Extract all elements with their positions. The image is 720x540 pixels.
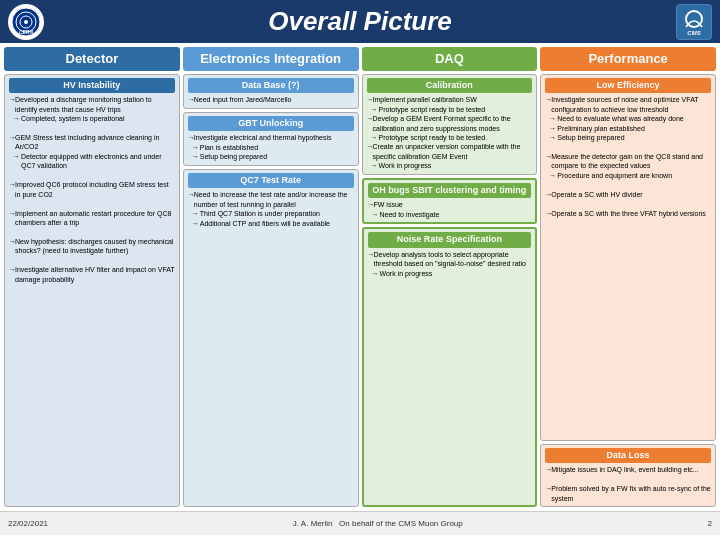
box-title-oh-bugs: OH bugs SBIT clustering and timing [368, 183, 532, 199]
box-calibration: Calibration Implement parallel calibrati… [362, 74, 538, 175]
header: CERN Overall Picture CMS [0, 0, 720, 43]
col-performance: Performance Low Efficiency Investigate s… [540, 47, 716, 507]
box-content-qc7: Need to increase the test rate and/or in… [188, 190, 354, 228]
box-data-loss: Data Loss Mitigate issues in DAQ link, e… [540, 444, 716, 507]
svg-point-3 [24, 20, 28, 24]
footer-author-group: J. A. Merlin On behalf of the CMS Muon G… [293, 519, 463, 528]
box-content-low-efficiency: Investigate sources of noise and optimiz… [545, 95, 711, 218]
box-content-database: Need input from Jared/Marcello [188, 95, 354, 104]
box-low-efficiency: Low Efficiency Investigate sources of no… [540, 74, 716, 441]
box-database: Data Base (?) Need input from Jared/Marc… [183, 74, 359, 109]
col-daq: DAQ Calibration Implement parallel calib… [362, 47, 538, 507]
footer: 22/02/2021 J. A. Merlin On behalf of the… [0, 511, 720, 535]
footer-date: 22/02/2021 [8, 519, 48, 528]
box-title-hv: HV Instability [9, 78, 175, 94]
box-content-oh-bugs: FW issue Need to investigate [368, 200, 532, 219]
box-content-hv: Developed a discharge monitoring station… [9, 95, 175, 284]
box-content-gbt: Investigate electrical and thermal hypot… [188, 133, 354, 161]
box-title-qc7: QC7 Test Rate [188, 173, 354, 189]
box-title-gbt: GBT Unlocking [188, 116, 354, 132]
box-noise-rate: Noise Rate Specification Develop analysi… [362, 227, 538, 507]
box-hv-instability: HV Instability Developed a discharge mon… [4, 74, 180, 507]
box-qc7: QC7 Test Rate Need to increase the test … [183, 169, 359, 507]
box-title-calibration: Calibration [367, 78, 533, 94]
main-layout: Detector HV Instability Developed a disc… [0, 43, 720, 511]
svg-text:CMS: CMS [687, 30, 700, 36]
col-header-detector: Detector [4, 47, 180, 71]
box-content-calibration: Implement parallel calibration SW Protot… [367, 95, 533, 171]
col-electronics: Electronics Integration Data Base (?) Ne… [183, 47, 359, 507]
logo-right: CMS [676, 4, 712, 40]
box-title-noise-rate: Noise Rate Specification [368, 232, 532, 248]
col-detector: Detector HV Instability Developed a disc… [4, 47, 180, 507]
box-gbt: GBT Unlocking Investigate electrical and… [183, 112, 359, 166]
col-header-electronics: Electronics Integration [183, 47, 359, 71]
logo-left: CERN [8, 4, 44, 40]
box-content-data-loss: Mitigate issues in DAQ link, event build… [545, 465, 711, 503]
box-title-data-loss: Data Loss [545, 448, 711, 464]
col-header-daq: DAQ [362, 47, 538, 71]
header-title: Overall Picture [268, 6, 452, 37]
col-header-performance: Performance [540, 47, 716, 71]
box-oh-bugs: OH bugs SBIT clustering and timing FW is… [362, 178, 538, 225]
svg-text:CERN: CERN [19, 29, 34, 35]
box-title-low-efficiency: Low Efficiency [545, 78, 711, 94]
box-content-noise-rate: Develop analysis tools to select appropr… [368, 250, 532, 278]
box-title-database: Data Base (?) [188, 78, 354, 94]
footer-page: 2 [708, 519, 712, 528]
